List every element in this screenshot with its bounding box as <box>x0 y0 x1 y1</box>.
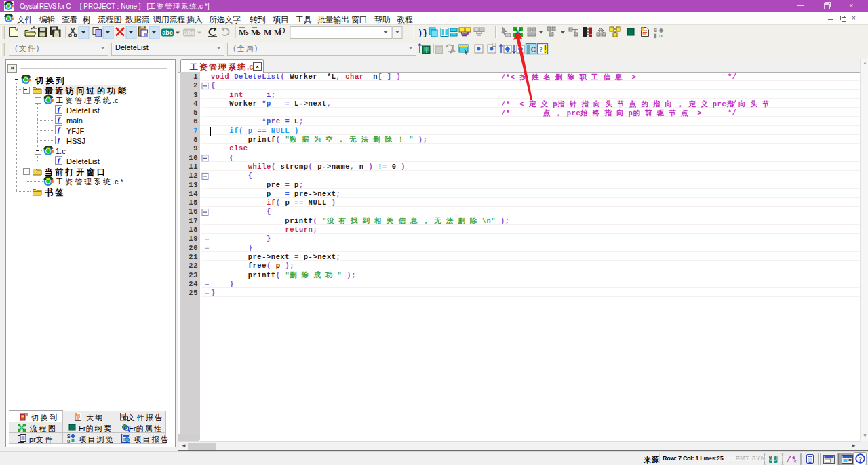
svg-text:?: ? <box>859 456 862 463</box>
svg-text:u: u <box>67 439 70 443</box>
